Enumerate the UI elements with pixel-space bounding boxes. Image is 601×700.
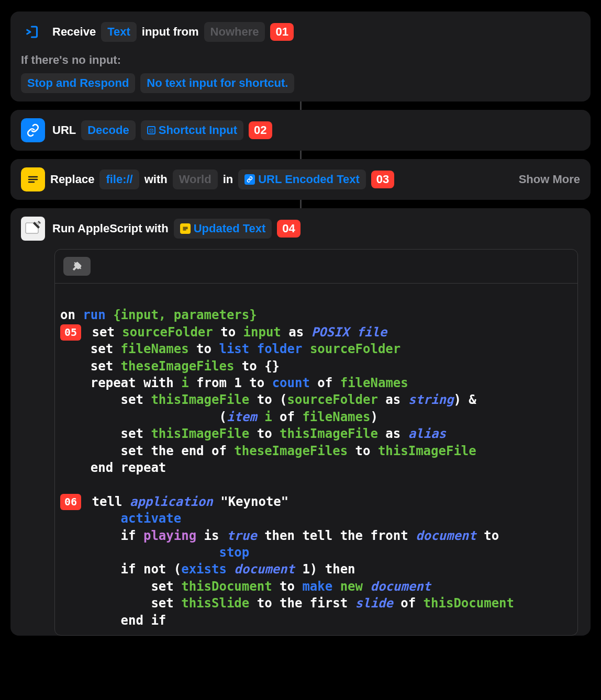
code-badge-06: 06 [60,494,81,510]
connector [300,101,302,110]
replace-input-token[interactable]: URL Encoded Text [238,170,366,189]
replace-mid2: in [223,173,233,186]
input-source-token[interactable]: Nowhere [204,22,265,42]
url-action-token[interactable]: Decode [81,120,135,140]
applescript-title: Run AppleScript with [52,222,169,235]
replace-title: Replace [50,173,94,186]
input-type-token[interactable]: Text [101,22,137,42]
connector [300,151,302,159]
action-receive-input[interactable]: Receive Text input from Nowhere 01 If th… [10,12,591,101]
no-input-label: If there's no input: [21,53,580,67]
applescript-code-area: on run {input, parameters} 05 set source… [54,249,578,636]
variable-icon: ⊡ [147,126,155,134]
receive-prefix: Receive [52,25,96,39]
code-badge-05: 05 [60,324,81,341]
step-badge-02: 02 [249,121,272,139]
receive-mid: input from [142,25,199,39]
replace-mid1: with [144,173,168,186]
show-more-button[interactable]: Show More [519,173,580,186]
text-icon [21,167,45,191]
link-mini-icon [244,174,255,185]
replace-with-token[interactable]: World [173,170,218,189]
step-badge-04: 04 [277,220,300,238]
receive-input-icon [21,20,45,44]
applescript-icon [21,217,45,241]
no-input-message-token[interactable]: No text input for shortcut. [140,73,294,93]
text-mini-icon [180,223,191,234]
action-url[interactable]: URL Decode ⊡ Shortcut Input 02 [10,110,591,151]
replace-find-token[interactable]: file:// [99,170,139,189]
action-run-applescript[interactable]: Run AppleScript with Updated Text 04 on … [10,208,591,636]
url-input-token[interactable]: ⊡ Shortcut Input [141,120,243,140]
step-badge-01: 01 [270,23,293,41]
no-input-action-token[interactable]: Stop and Respond [21,73,135,93]
connector [300,200,302,208]
action-replace-text[interactable]: Replace file:// with World in URL Encode… [10,159,591,200]
code-toolbar [55,250,577,284]
url-title: URL [52,123,76,137]
url-icon [21,118,45,142]
compile-button[interactable] [63,257,91,276]
step-badge-03: 03 [371,171,394,188]
applescript-source[interactable]: on run {input, parameters} 05 set source… [55,284,577,635]
applescript-input-token[interactable]: Updated Text [174,219,272,239]
